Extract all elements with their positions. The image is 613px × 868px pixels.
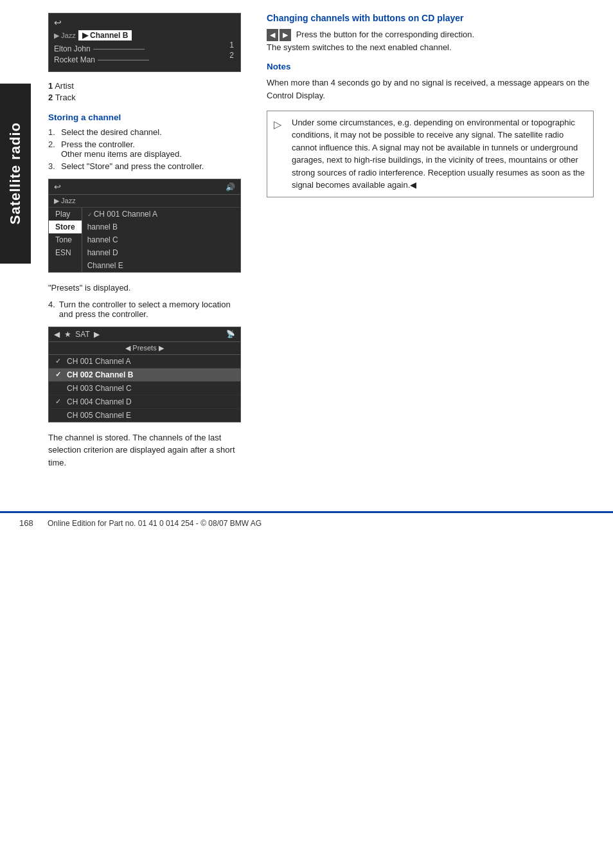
preset-label-1: CH 002 Channel B [67,370,133,379]
legend-item-1: 1 Artist [48,81,241,91]
legend-num-2: 2 [48,93,53,102]
preset-item-0: ✓ CH 001 Channel A [49,355,240,368]
legend: 1 Artist 2 Track [48,81,241,102]
menu-channel-1: hannel B [82,221,240,233]
cd-btn-left: ◀ [267,29,278,41]
presets-header: ◀ ★ SAT ▶ 📡 [49,327,240,342]
legend-num-1: 1 [48,81,53,91]
presets-header-icon: 📡 [226,330,235,338]
menu-header: ↩ 🔊 [49,179,240,195]
menu-back-icon: ↩ [54,182,61,192]
right-column: Changing channels with buttons on CD pla… [260,13,594,479]
notes-heading: Notes [267,62,594,71]
track-row-2: Rocket Man 2 [54,55,235,64]
preset-item-1: ✓ CH 002 Channel B [49,368,240,382]
cd-heading: Changing channels with buttons on CD pla… [267,13,594,23]
step-text-4: Turn the controller to select a memory l… [59,300,241,319]
presets-row: ◀ Presets ▶ [49,342,240,355]
presets-row-label: ◀ Presets ▶ [125,344,163,352]
presets-widget: ◀ ★ SAT ▶ 📡 ◀ Presets ▶ ✓ CH 001 Channel… [48,327,241,422]
presets-display-wrapper: ◀ ★ SAT ▶ 📡 ◀ Presets ▶ ✓ CH 001 Channel… [48,327,241,422]
cd-text-2: The system switches to the next enabled … [267,42,452,52]
step-text-1: Select the desired channel. [61,127,162,137]
track-line-2 [98,60,149,60]
artist-name: Elton John [54,44,91,53]
legend-item-2: 2 Track [48,93,241,102]
step-4-container: 4. Turn the controller to select a memor… [48,300,241,319]
menu-widget: ↩ 🔊 ▶ Jazz Play Store Tone [48,179,241,273]
menu-item-esn: ESN [49,246,82,259]
menu-jazz-label: ▶ Jazz [49,195,240,208]
footer: 168 Online Edition for Part no. 01 41 0 … [0,511,613,533]
channel-row: ▶ Jazz ▶ Channel B [54,30,235,41]
menu-antenna-icon: 🔊 [226,183,235,192]
preset-label-3: CH 004 Channel D [67,397,132,406]
step-1: 1. Select the desired channel. [48,127,241,137]
back-icon: ↩ [54,17,235,28]
cd-buttons: ◀ ▶ [267,29,291,41]
preset-check-1: ✓ [55,370,63,379]
legend-label-2: Track [55,93,76,102]
menu-item-play: Play [49,208,82,221]
menu-item-store: Store [49,221,82,233]
step-text-3: Select "Store" and press the controller. [61,161,204,171]
menu-channel-4: Channel E [82,259,240,272]
preset-label-0: CH 001 Channel A [67,357,130,366]
menu-item-label-store: Store [55,222,75,231]
note-box-text: Under some circumstances, e.g. depending… [292,116,587,192]
cd-description: ◀ ▶ Press the button for the correspondi… [267,28,594,54]
menu-item-tone: Tone [49,233,82,246]
preset-item-2: CH 003 Channel C [49,382,240,395]
menu-item-label-esn: ESN [55,248,71,257]
sidebar: Satellite radio [0,84,31,264]
step-num-2: 2. [48,140,57,159]
preset-item-4: CH 005 Channel E [49,409,240,422]
notes-text-1: When more than 4 seconds go by and no si… [267,77,594,102]
page-number: 168 [19,518,39,528]
preset-check-3: ✓ [55,397,63,406]
channel-b-label: ▶ Channel B [78,30,132,41]
menu-item-label-tone: Tone [55,235,72,244]
presets-note: "Presets" is displayed. [48,282,241,294]
channel-display: ↩ ▶ Jazz ▶ Channel B Elton John 1 Rocket… [48,13,241,72]
menu-left-items: Play Store Tone ESN [49,208,82,272]
track-row-1: Elton John 1 [54,44,235,53]
step-2: 2. Press the controller.Other menu items… [48,140,241,159]
track-num-2: 2 [229,51,234,60]
play-triangle-icon: ▷ [274,116,287,192]
step-4: 4. Turn the controller to select a memor… [48,300,241,319]
menu-right-channels: ✓CH 001 Channel A hannel B hannel C hann… [82,208,240,272]
menu-channel-0: ✓CH 001 Channel A [82,208,240,221]
step-3: 3. Select "Store" and press the controll… [48,161,241,171]
storing-channel-heading: Storing a channel [48,113,241,122]
steps-list: 1. Select the desired channel. 2. Press … [48,127,241,171]
presets-header-left: ◀ ★ SAT ▶ [54,330,100,339]
track-name: Rocket Man [54,55,95,64]
left-column: ↩ ▶ Jazz ▶ Channel B Elton John 1 Rocket… [48,13,241,479]
step-num-1: 1. [48,127,57,137]
step-num-3: 3. [48,161,57,171]
step-num-4: 4. [48,300,55,319]
sidebar-label: Satellite radio [7,122,24,224]
menu-display-wrapper: ↩ 🔊 ▶ Jazz Play Store Tone [48,179,241,273]
preset-label-4: CH 005 Channel E [67,411,131,420]
menu-item-label-play: Play [55,210,70,219]
menu-channel-2: hannel C [82,233,240,246]
note-box: ▷ Under some circumstances, e.g. dependi… [267,111,594,197]
track-line-1 [93,49,145,50]
menu-items-area: Play Store Tone ESN [49,208,240,272]
jazz-label: ▶ Jazz [54,32,76,40]
track-num-1: 1 [229,41,234,50]
legend-label-1: Artist [55,81,74,91]
conclusion-text: The channel is stored. The channels of t… [48,431,241,469]
preset-label-2: CH 003 Channel C [67,384,132,393]
preset-item-3: ✓ CH 004 Channel D [49,395,240,409]
cd-btn-right: ▶ [280,29,291,41]
menu-channel-3: hannel D [82,246,240,259]
cd-text-1: Press the button for the corresponding d… [296,30,475,39]
step-text-2: Press the controller.Other menu items ar… [61,140,182,159]
footer-text: Online Edition for Part no. 01 41 0 014 … [48,519,262,528]
preset-check-0: ✓ [55,357,63,365]
channel-display-wrapper: ↩ ▶ Jazz ▶ Channel B Elton John 1 Rocket… [48,13,241,72]
